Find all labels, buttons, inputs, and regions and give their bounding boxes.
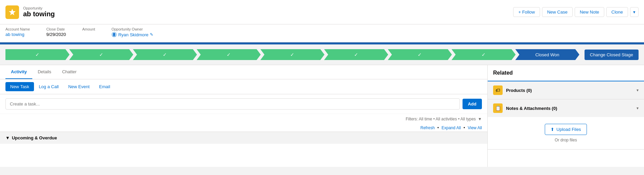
- sub-tab-new-event[interactable]: New Event: [64, 82, 94, 91]
- object-name: ab towing: [23, 10, 55, 18]
- close-date-field: Close Date 9/29/2020: [46, 27, 66, 37]
- tab-chatter[interactable]: Chatter: [57, 65, 82, 79]
- upcoming-section-header[interactable]: ▼ Upcoming & Overdue: [0, 132, 487, 144]
- stages: ✓ ✓ ✓ ✓ ✓ ✓ ✓ ✓ Closed Won: [5, 49, 579, 60]
- more-actions-dropdown[interactable]: ▾: [630, 7, 639, 17]
- opportunity-icon: [5, 5, 19, 19]
- stage-3-check: ✓: [163, 52, 167, 57]
- stage-6-check: ✓: [354, 52, 358, 57]
- meta-row: Account Name ab towing Close Date 9/29/2…: [0, 24, 644, 42]
- sub-tab-log-call[interactable]: Log a Call: [34, 82, 64, 91]
- notes-section: 📋 Notes & Attachments (0) ▾ ⬆ Upload Fil…: [488, 99, 644, 150]
- header-left: Opportunity ab towing: [5, 5, 55, 19]
- change-closed-stage-button[interactable]: Change Closed Stage: [585, 50, 639, 60]
- task-input[interactable]: [5, 98, 460, 110]
- account-name-value: ab towing: [5, 32, 30, 37]
- stage-5: ✓: [260, 49, 325, 60]
- close-date-value: 9/29/2020: [46, 32, 66, 37]
- sub-tab-email[interactable]: Email: [94, 82, 115, 91]
- refresh-link[interactable]: Refresh: [420, 125, 435, 130]
- owner-edit-icon[interactable]: ✎: [150, 32, 153, 37]
- stage-3: ✓: [133, 49, 197, 60]
- upcoming-collapse-icon: ▼: [5, 135, 10, 140]
- task-input-row: Add: [0, 94, 487, 114]
- stage-2-check: ✓: [99, 52, 103, 57]
- stage-active-label: Closed Won: [535, 52, 559, 57]
- tab-activity[interactable]: Activity: [5, 65, 32, 79]
- stage-4: ✓: [197, 49, 261, 60]
- owner-row: 👤 Ryan Skidmore ✎: [111, 32, 153, 37]
- object-type: Opportunity: [23, 6, 55, 10]
- add-task-button[interactable]: Add: [463, 99, 482, 109]
- main-tabs: Activity Details Chatter: [0, 65, 487, 79]
- upload-area: ⬆ Upload Files Or drop files: [488, 117, 644, 149]
- products-chevron-icon: ▾: [637, 88, 639, 93]
- owner-label: Opportunity Owner: [111, 27, 153, 31]
- stage-8-check: ✓: [482, 52, 486, 57]
- products-icon: 🏷: [493, 85, 503, 95]
- stage-bar-container: ✓ ✓ ✓ ✓ ✓ ✓ ✓ ✓ Closed Won Change Closed…: [0, 44, 644, 65]
- products-section-header[interactable]: 🏷 Products (0) ▾: [488, 81, 644, 99]
- follow-button[interactable]: + Follow: [513, 7, 540, 17]
- products-section-title: Products (0): [506, 88, 633, 93]
- account-name-field: Account Name ab towing: [5, 27, 30, 37]
- owner-avatar: 👤: [111, 32, 117, 37]
- filters-links: Refresh • Expand All • View All: [0, 124, 487, 132]
- tab-details[interactable]: Details: [32, 65, 57, 79]
- notes-chevron-icon: ▾: [637, 106, 639, 111]
- account-name-label: Account Name: [5, 27, 30, 31]
- header-right: + Follow New Case New Note Clone ▾: [513, 7, 639, 17]
- right-panel: Related 🏷 Products (0) ▾ 📋 Notes & Attac…: [488, 65, 644, 167]
- close-date-label: Close Date: [46, 27, 66, 31]
- sub-tab-new-task[interactable]: New Task: [5, 82, 34, 91]
- owner-link[interactable]: Ryan Skidmore: [118, 32, 149, 37]
- stage-active[interactable]: Closed Won: [515, 49, 579, 60]
- stage-4-check: ✓: [227, 52, 231, 57]
- owner-field: Opportunity Owner 👤 Ryan Skidmore ✎: [111, 27, 153, 37]
- upload-files-button[interactable]: ⬆ Upload Files: [545, 124, 587, 135]
- upload-icon: ⬆: [551, 127, 554, 132]
- stage-8: ✓: [452, 49, 516, 60]
- amount-field: Amount: [82, 27, 95, 37]
- filters-text: Filters: All time • All activities • All…: [406, 117, 476, 121]
- svg-marker-0: [9, 9, 16, 15]
- stage-6: ✓: [324, 49, 388, 60]
- upcoming-label: Upcoming & Overdue: [12, 135, 57, 140]
- new-note-button[interactable]: New Note: [575, 7, 604, 17]
- stage-5-check: ✓: [290, 52, 294, 57]
- left-panel: Activity Details Chatter New Task Log a …: [0, 65, 488, 167]
- stage-1-check: ✓: [35, 52, 39, 57]
- stage-2: ✓: [69, 49, 134, 60]
- top-header: Opportunity ab towing + Follow New Case …: [0, 0, 644, 24]
- stage-1: ✓: [5, 49, 70, 60]
- clone-button[interactable]: Clone: [606, 7, 628, 17]
- expand-all-link[interactable]: Expand All: [441, 125, 461, 130]
- stage-7: ✓: [388, 49, 452, 60]
- notes-section-header[interactable]: 📋 Notes & Attachments (0) ▾: [488, 99, 644, 117]
- new-case-button[interactable]: New Case: [542, 7, 573, 17]
- notes-section-title: Notes & Attachments (0): [506, 106, 633, 111]
- stage-7-check: ✓: [418, 52, 422, 57]
- account-name-link[interactable]: ab towing: [5, 32, 24, 37]
- filters-row: Filters: All time • All activities • All…: [0, 114, 487, 124]
- notes-icon: 📋: [493, 103, 503, 113]
- drop-files-text: Or drop files: [493, 138, 639, 142]
- sub-tabs: New Task Log a Call New Event Email: [0, 79, 487, 94]
- amount-label: Amount: [82, 27, 95, 31]
- products-section: 🏷 Products (0) ▾: [488, 81, 644, 99]
- main-content: Activity Details Chatter New Task Log a …: [0, 65, 644, 167]
- related-header: Related: [488, 65, 644, 81]
- title-block: Opportunity ab towing: [23, 6, 55, 18]
- filter-icon[interactable]: ▼: [478, 117, 482, 121]
- view-all-link[interactable]: View All: [468, 125, 482, 130]
